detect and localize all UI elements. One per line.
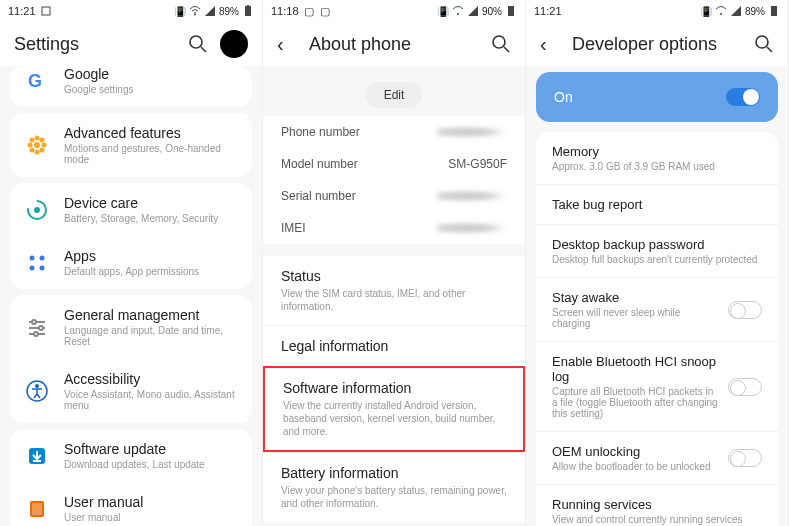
battery-pct: 89% (745, 6, 765, 17)
svg-point-25 (39, 326, 43, 330)
header: ‹ About phone (263, 22, 525, 66)
svg-point-21 (40, 265, 45, 270)
gear-flower-icon (24, 132, 50, 158)
page-title: About phone (309, 34, 479, 55)
device-info-table: Phone number Model numberSM-G950F Serial… (263, 116, 525, 244)
svg-point-27 (34, 332, 38, 336)
dev-title: OEM unlocking (552, 444, 718, 459)
apps-grid-icon (24, 250, 50, 276)
svg-point-1 (194, 14, 196, 16)
toggle-stay-awake[interactable] (728, 301, 762, 319)
redacted-value (437, 222, 507, 234)
svg-rect-2 (245, 6, 251, 16)
developer-list: MemoryApprox. 3.0 GB of 3.9 GB RAM used … (536, 132, 778, 526)
master-toggle[interactable] (726, 88, 760, 106)
svg-point-4 (190, 36, 202, 48)
dev-title: Desktop backup password (552, 237, 762, 252)
redacted-value (437, 126, 507, 138)
settings-item-device-care[interactable]: Device careBattery, Storage, Memory, Sec… (10, 183, 252, 236)
kv-key: Model number (281, 157, 448, 171)
section-battery-info[interactable]: Battery informationView your phone's bat… (263, 452, 525, 522)
sec-title: Legal information (281, 338, 507, 354)
svg-point-18 (30, 255, 35, 260)
kv-serial-number: Serial number (263, 180, 525, 212)
wifi-icon (452, 5, 464, 17)
settings-item-software-update[interactable]: Software updateDownload updates, Last up… (10, 429, 252, 482)
svg-point-41 (720, 13, 722, 15)
item-title: Software update (64, 441, 238, 457)
svg-rect-3 (247, 5, 249, 6)
svg-line-5 (201, 47, 206, 52)
svg-line-44 (767, 47, 772, 52)
sliders-icon (24, 314, 50, 340)
screenshot-icon (40, 5, 52, 17)
header: Settings (0, 22, 262, 66)
search-icon[interactable] (754, 34, 774, 54)
svg-point-8 (35, 136, 40, 141)
dev-item-running-services[interactable]: Running servicesView and control current… (536, 484, 778, 526)
dev-item-memory[interactable]: MemoryApprox. 3.0 GB of 3.9 GB RAM used (536, 132, 778, 184)
settings-item-apps[interactable]: AppsDefault apps, App permissions (10, 236, 252, 289)
developer-content: On MemoryApprox. 3.0 GB of 3.9 GB RAM us… (526, 66, 788, 526)
redacted-value (437, 190, 507, 202)
dev-sub: Capture all Bluetooth HCI packets in a f… (552, 386, 718, 419)
section-status[interactable]: StatusView the SIM card status, IMEI, an… (263, 256, 525, 325)
settings-item-accessibility[interactable]: AccessibilityVoice Assistant, Mono audio… (10, 359, 252, 423)
item-sub: Google settings (64, 84, 238, 95)
item-sub: Download updates, Last update (64, 459, 238, 470)
vibrate-icon: 📳 (174, 5, 186, 17)
dev-item-bt-snoop[interactable]: Enable Bluetooth HCI snoop logCapture al… (536, 341, 778, 431)
dev-item-stay-awake[interactable]: Stay awakeScreen will never sleep while … (536, 277, 778, 341)
master-toggle-banner[interactable]: On (536, 72, 778, 122)
section-legal[interactable]: Legal information (263, 325, 525, 366)
kv-key: Phone number (281, 125, 437, 139)
sec-sub: View the SIM card status, IMEI, and othe… (281, 287, 507, 313)
svg-point-19 (40, 255, 45, 260)
dev-sub: View and control currently running servi… (552, 514, 762, 525)
item-sub: User manual (64, 512, 238, 523)
phone-developer: 11:21 📳 89% ‹ Developer options On Memor… (526, 0, 789, 526)
device-care-icon (24, 197, 50, 223)
screenshot-icon: ▢ (303, 5, 315, 17)
settings-item-general[interactable]: General managementLanguage and input, Da… (10, 295, 252, 359)
kv-key: IMEI (281, 221, 437, 235)
svg-point-11 (42, 143, 47, 148)
status-time: 11:21 (8, 5, 36, 17)
toggle-oem-unlock[interactable] (728, 449, 762, 467)
search-icon[interactable] (491, 34, 511, 54)
svg-point-39 (493, 36, 505, 48)
sec-sub: View your phone's battery status, remain… (281, 484, 507, 510)
profile-avatar[interactable] (220, 30, 248, 58)
dev-title: Memory (552, 144, 762, 159)
settings-item-user-manual[interactable]: User manualUser manual (10, 482, 252, 526)
search-icon[interactable] (188, 34, 208, 54)
back-icon[interactable]: ‹ (277, 33, 297, 56)
status-time: 11:18 (271, 5, 299, 17)
svg-point-37 (457, 13, 459, 15)
toggle-bt-snoop[interactable] (728, 378, 762, 396)
dev-item-backup-pw[interactable]: Desktop backup passwordDesktop full back… (536, 224, 778, 277)
page-title: Settings (14, 34, 176, 55)
dev-title: Stay awake (552, 290, 718, 305)
item-title: Accessibility (64, 371, 238, 387)
edit-button[interactable]: Edit (366, 82, 423, 108)
sec-title: Battery information (281, 465, 507, 481)
vibrate-icon: 📳 (437, 5, 449, 17)
status-bar: 11:18 ▢ ▢ 📳 90% (263, 0, 525, 22)
dev-item-bug-report[interactable]: Take bug report (536, 184, 778, 224)
dev-item-oem-unlock[interactable]: OEM unlockingAllow the bootloader to be … (536, 431, 778, 484)
kv-imei: IMEI (263, 212, 525, 244)
item-title: General management (64, 307, 238, 323)
item-sub: Motions and gestures, One-handed mode (64, 143, 238, 165)
item-title: Apps (64, 248, 238, 264)
settings-item-advanced[interactable]: Advanced featuresMotions and gestures, O… (10, 113, 252, 177)
svg-point-20 (30, 265, 35, 270)
status-time: 11:21 (534, 5, 562, 17)
item-sub: Voice Assistant, Mono audio, Assistant m… (64, 389, 238, 411)
item-sub: Default apps, App permissions (64, 266, 238, 277)
section-software-info[interactable]: Software informationView the currently i… (263, 366, 525, 452)
back-icon[interactable]: ‹ (540, 33, 560, 56)
about-content: Edit Phone number Model numberSM-G950F S… (263, 66, 525, 526)
settings-item-google[interactable]: G GoogleGoogle settings (10, 66, 252, 107)
item-sub: Battery, Storage, Memory, Security (64, 213, 238, 224)
